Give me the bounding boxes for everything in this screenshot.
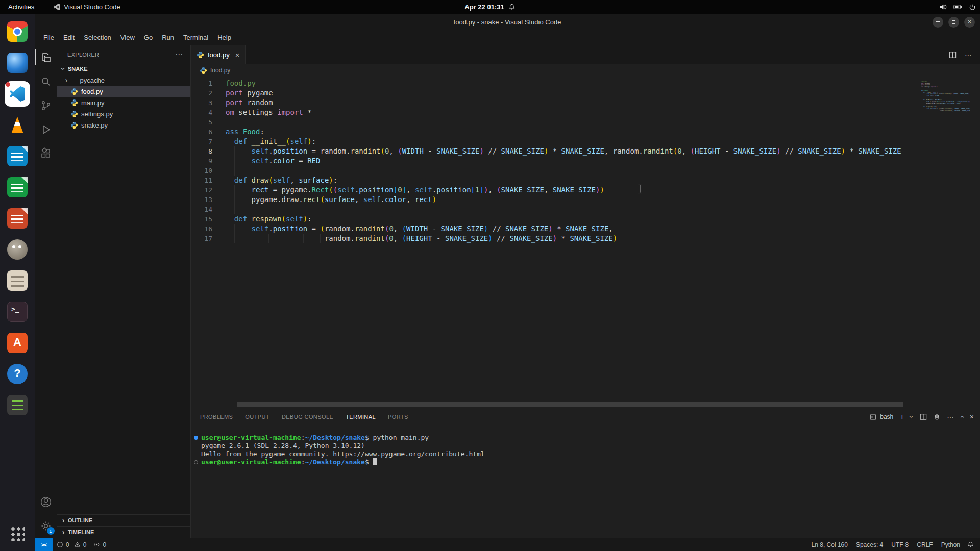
sidebar-section-outline[interactable]: ›OUTLINE [57,514,190,526]
clock[interactable]: Apr 22 01:31 [464,3,504,11]
terminal-line[interactable]: user@user-virtual-machine:~/Desktop/snak… [191,434,980,442]
menu-help[interactable]: Help [213,32,236,43]
minimap[interactable]: food.pyport pygameport randomom settings… [919,79,973,113]
code-line[interactable]: 4om settings import * [191,108,980,117]
tree-item-main-py[interactable]: main.py [57,97,190,108]
menu-file[interactable]: File [39,32,59,43]
code-line[interactable]: 8 self.position = random.randint(0, (WID… [191,146,980,156]
dock-item-terminal[interactable] [5,299,30,324]
tab-close-icon[interactable]: × [235,51,240,59]
code-line[interactable]: 6ass Food: [191,127,980,137]
editor-more-actions-icon[interactable]: ⋯ [965,51,972,58]
search-icon[interactable] [35,69,57,93]
code-line[interactable]: 13 pygame.draw.rect(surface, self.color,… [191,195,980,205]
settings-gear-icon[interactable]: 1 [35,514,57,538]
code-line[interactable]: 10 [191,166,980,176]
status-utf-8[interactable]: UTF-8 [887,538,913,551]
dock-item-chrome[interactable] [5,19,30,44]
dock-item-lo-writer[interactable] [5,143,30,169]
panel-tab-problems[interactable]: PROBLEMS [200,408,233,425]
maximize-button[interactable] [948,17,959,28]
problems-indicator[interactable]: 0 0 [53,538,90,551]
tree-item--pycache-[interactable]: ›__pycache__ [57,74,190,86]
dock-item-tweaks[interactable] [5,392,30,418]
run-debug-icon[interactable] [35,117,57,141]
menu-view[interactable]: View [116,32,139,43]
new-terminal-icon[interactable]: + [900,413,904,420]
title-bar[interactable]: food.py - snake - Visual Studio Code × [35,14,980,30]
dock-item-help[interactable] [5,361,30,387]
code-line[interactable]: 17 random.randint(0, (HEIGHT - SNAKE_SIZ… [191,234,980,243]
activities-button[interactable]: Activities [0,0,42,14]
dock-item-vlc[interactable] [5,112,30,138]
dock-item-gimp[interactable] [5,237,30,262]
minimize-button[interactable] [933,17,943,28]
dock-item-lo-calc[interactable] [5,174,30,200]
explorer-icon[interactable] [35,45,57,69]
dock-item-files[interactable] [5,268,30,293]
menu-selection[interactable]: Selection [79,32,115,43]
status-crlf[interactable]: CRLF [913,538,937,551]
terminal-line[interactable]: pygame 2.6.1 (SDL 2.28.4, Python 3.10.12… [191,442,980,450]
code-line[interactable]: 2port pygame [191,88,980,98]
code-line[interactable]: 14 [191,205,980,214]
system-tray[interactable] [939,3,976,11]
panel-more-actions-icon[interactable]: ⋯ [947,413,954,420]
dock-item-blue-ball[interactable] [5,50,30,76]
code-line[interactable]: 12 rect = pygame.Rect((self.position[0],… [191,185,980,195]
close-panel-icon[interactable]: × [970,413,974,420]
tree-item-settings-py[interactable]: settings.py [57,108,190,119]
menu-edit[interactable]: Edit [59,32,79,43]
source-control-icon[interactable] [35,93,57,117]
status-spaces-4[interactable]: Spaces: 4 [852,538,887,551]
menu-go[interactable]: Go [139,32,157,43]
terminal-line[interactable]: Hello from the pygame community. https:/… [191,450,980,458]
focused-app-indicator[interactable]: Visual Studio Code [54,3,120,11]
dock-item-show-apps[interactable] [5,520,30,546]
explorer-section-snake[interactable]: › SNAKE [57,63,190,74]
remote-indicator[interactable]: >< [35,538,53,551]
menu-run[interactable]: Run [157,32,179,43]
code-line[interactable]: 16 self.position = (random.randint(0, (W… [191,224,980,234]
panel-tab-ports[interactable]: PORTS [388,408,408,425]
horizontal-scrollbar[interactable] [237,402,903,407]
terminal-dropdown-icon[interactable]: › [909,416,916,418]
panel-tab-debug-console[interactable]: DEBUG CONSOLE [282,408,333,425]
breadcrumb-item[interactable]: food.py [210,67,230,74]
terminal[interactable]: user@user-virtual-machine:~/Desktop/snak… [191,425,980,538]
dock-item-software-store[interactable] [5,330,30,356]
code-line[interactable]: 5 [191,117,980,127]
line-number: 12 [191,185,226,195]
code-editor[interactable]: 1food.py2port pygame3port random4om sett… [191,77,980,408]
account-icon[interactable] [35,490,57,514]
code-line[interactable]: 1food.py [191,79,980,88]
ports-indicator[interactable]: 0 [90,538,110,551]
status-python[interactable]: Python [937,538,964,551]
kill-terminal-icon[interactable] [934,413,940,420]
panel-tab-terminal[interactable]: TERMINAL [346,408,376,425]
split-editor-icon[interactable] [949,51,957,59]
code-line[interactable]: 11 def draw(self, surface): [191,176,980,185]
notifications-bell-icon[interactable] [964,538,980,551]
dock-item-vscode[interactable] [5,81,30,107]
code-line[interactable]: 3port random [191,98,980,108]
terminal-profile[interactable]: bash [869,413,893,421]
status-ln-8-col-160[interactable]: Ln 8, Col 160 [807,538,852,551]
code-line[interactable]: 9 self.color = RED [191,156,980,166]
dock-item-lo-impress[interactable] [5,206,30,231]
tree-item-food-py[interactable]: food.py [57,86,190,97]
panel-tab-output[interactable]: OUTPUT [245,408,270,425]
sidebar-section-timeline[interactable]: ›TIMELINE [57,526,190,538]
split-terminal-icon[interactable] [920,413,927,420]
code-line[interactable]: 7 def __init__(self): [191,137,980,146]
maximize-panel-icon[interactable]: › [958,416,965,418]
explorer-more-actions-icon[interactable]: ⋯ [175,50,183,59]
code-line[interactable]: 15 def respawn(self): [191,214,980,224]
terminal-line[interactable]: user@user-virtual-machine:~/Desktop/snak… [191,458,980,466]
tree-item-snake-py[interactable]: snake.py [57,119,190,131]
menu-terminal[interactable]: Terminal [179,32,213,43]
tab-food-py[interactable]: food.py × [191,45,246,64]
close-button[interactable]: × [964,17,975,28]
extensions-icon[interactable] [35,141,57,165]
breadcrumb[interactable]: food.py [191,64,980,77]
